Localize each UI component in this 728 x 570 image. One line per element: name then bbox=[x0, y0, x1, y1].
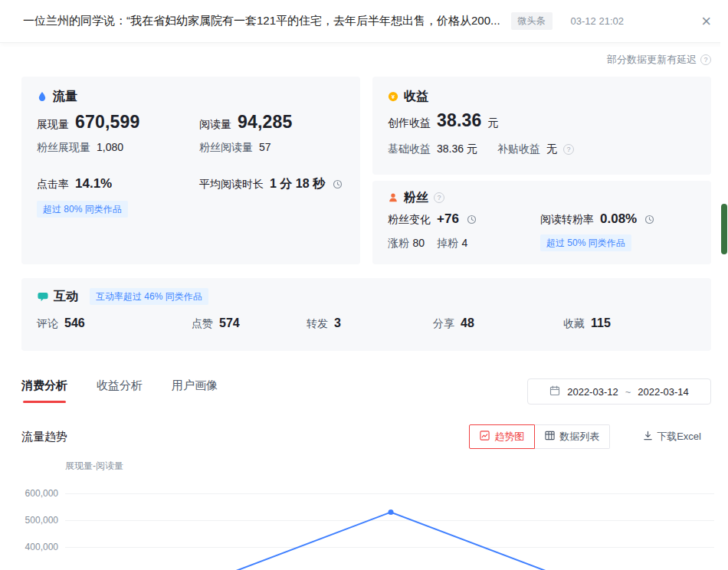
shares-stat: 分享 48 bbox=[433, 316, 563, 331]
line-chart-icon bbox=[480, 431, 490, 443]
main-content: 部分数据更新有延迟 ? 流量 展现量 670,599 bbox=[0, 43, 728, 570]
y-axis-tick: 600,000 bbox=[21, 488, 58, 499]
revenue-card: ¥ 收益 创作收益 38.36 元 基础收益 bbox=[372, 77, 711, 175]
tab-revenue-analysis[interactable]: 收益分析 bbox=[97, 378, 143, 403]
svg-text:¥: ¥ bbox=[392, 93, 395, 100]
avg-read-time-stat: 平均阅读时长 1 分 18 秒 bbox=[199, 176, 343, 192]
traffic-card: 流量 展现量 670,599 阅读量 94,285 粉丝展现量 1,080 bbox=[21, 77, 360, 264]
trend-line bbox=[65, 513, 717, 570]
traffic-trend-title: 流量趋势 bbox=[21, 430, 67, 444]
y-axis-tick: 400,000 bbox=[21, 542, 58, 552]
stats-cards-row: 流量 展现量 670,599 阅读量 94,285 粉丝展现量 1,080 bbox=[21, 77, 711, 264]
date-range-picker[interactable]: 2022-03-12 ~ 2022-03-14 bbox=[527, 378, 711, 405]
person-icon bbox=[388, 192, 398, 203]
favorites-stat: 收藏 115 bbox=[563, 316, 611, 331]
trend-toolbar: 趋势图 数据列表 下载Excel bbox=[469, 424, 711, 449]
subsidy-revenue-stat: 补贴收益 无 ? bbox=[497, 142, 574, 156]
date-range-start: 2022-03-12 bbox=[567, 386, 618, 398]
history-clock-icon bbox=[644, 215, 654, 224]
impressions-value: 670,599 bbox=[75, 112, 140, 133]
traffic-card-title: 流量 bbox=[37, 89, 345, 104]
right-cards-column: ¥ 收益 创作收益 38.36 元 基础收益 bbox=[372, 77, 711, 264]
tab-consumption-analysis[interactable]: 消费分析 bbox=[21, 378, 67, 403]
creation-revenue-value: 38.36 bbox=[437, 110, 482, 131]
article-title: 一位兰州的同学说：“我在省妇幼家属院有一套121平的住宅，去年后半年想出售，价格… bbox=[23, 14, 500, 28]
fan-impressions-stat: 粉丝展现量 1,080 bbox=[37, 141, 199, 155]
traffic-trend-chart: 展现量-阅读量 600,000 500,000 400,000 bbox=[21, 457, 711, 570]
fans-card: 粉丝 ? 粉丝变化 +76 阅读转粉率 0.08 bbox=[372, 181, 711, 264]
table-icon bbox=[545, 431, 555, 443]
reposts-stat: 转发 3 bbox=[307, 316, 433, 331]
analysis-tabs: 消费分析 收益分析 用户画像 bbox=[21, 378, 218, 403]
help-icon[interactable]: ? bbox=[700, 54, 711, 65]
trend-chart-button[interactable]: 趋势图 bbox=[469, 424, 535, 449]
chat-bubble-icon bbox=[37, 291, 48, 303]
interaction-card: 互动 互动率超过 46% 同类作品 评论 546 点赞 574 转发 3 分享 bbox=[21, 278, 711, 351]
publish-time: 03-12 21:02 bbox=[571, 15, 624, 27]
ctr-stat: 点击率 14.1% bbox=[37, 176, 199, 192]
download-excel-button[interactable]: 下载Excel bbox=[633, 424, 711, 449]
interaction-card-title: 互动 互动率超过 46% 同类作品 bbox=[37, 289, 696, 304]
fans-change-stat: 粉丝变化 +76 bbox=[388, 211, 540, 227]
read-conversion-stat: 阅读转粉率 0.08% bbox=[540, 211, 654, 227]
comments-stat: 评论 546 bbox=[37, 316, 192, 331]
scrollbar-thumb[interactable] bbox=[721, 204, 727, 254]
analytics-page: 一位兰州的同学说：“我在省妇幼家属院有一套121平的住宅，去年后半年想出售，价格… bbox=[0, 0, 728, 570]
reads-stat: 阅读量 94,285 bbox=[199, 112, 293, 133]
data-point bbox=[389, 509, 394, 515]
trend-toolbar-row: 流量趋势 趋势图 数据列表 bbox=[21, 424, 711, 449]
data-table-button[interactable]: 数据列表 bbox=[535, 424, 610, 449]
y-axis-tick: 500,000 bbox=[21, 515, 58, 526]
revenue-title: 收益 bbox=[404, 89, 428, 105]
fans-gain-loss: 涨粉 80 掉粉 4 bbox=[388, 236, 540, 251]
trend-line-svg bbox=[65, 457, 717, 570]
likes-stat: 点赞 574 bbox=[192, 316, 307, 331]
fans-title: 粉丝 bbox=[404, 190, 428, 206]
close-icon[interactable]: × bbox=[697, 13, 716, 30]
traffic-rank-badge: 超过 80% 同类作品 bbox=[37, 201, 128, 218]
analysis-tabs-row: 消费分析 收益分析 用户画像 2022-03-12 ~ 2022-03-14 bbox=[21, 378, 711, 405]
revenue-unit: 元 bbox=[488, 116, 499, 130]
fans-card-title: 粉丝 ? bbox=[388, 190, 696, 205]
date-range-separator: ~ bbox=[625, 386, 631, 398]
base-revenue-stat: 基础收益 38.36 元 bbox=[388, 142, 477, 156]
download-icon bbox=[643, 431, 653, 443]
date-range-end: 2022-03-14 bbox=[638, 386, 689, 398]
help-icon[interactable]: ? bbox=[563, 144, 574, 155]
traffic-title: 流量 bbox=[53, 89, 77, 105]
fans-rank-badge: 超过 50% 同类作品 bbox=[540, 234, 631, 251]
tab-user-profile[interactable]: 用户画像 bbox=[172, 378, 218, 403]
history-clock-icon bbox=[467, 215, 477, 224]
fan-reads-stat: 粉丝阅读量 57 bbox=[199, 141, 271, 155]
content-type-badge: 微头条 bbox=[511, 12, 553, 30]
droplet-icon bbox=[37, 91, 48, 102]
header: 一位兰州的同学说：“我在省妇幼家属院有一套121平的住宅，去年后半年想出售，价格… bbox=[0, 0, 728, 43]
scrollbar[interactable] bbox=[720, 0, 728, 570]
coin-icon: ¥ bbox=[388, 91, 398, 102]
creation-revenue-stat: 创作收益 38.36 元 bbox=[388, 110, 499, 131]
data-delay-notice: 部分数据更新有延迟 ? bbox=[21, 43, 711, 77]
calendar-icon bbox=[549, 385, 560, 398]
notice-text: 部分数据更新有延迟 bbox=[607, 53, 697, 67]
interaction-title: 互动 bbox=[54, 289, 78, 305]
history-clock-icon bbox=[333, 179, 343, 189]
revenue-card-title: ¥ 收益 bbox=[388, 89, 696, 104]
interaction-rank-badge: 互动率超过 46% 同类作品 bbox=[90, 288, 208, 305]
reads-value: 94,285 bbox=[238, 112, 293, 133]
impressions-stat: 展现量 670,599 bbox=[37, 112, 199, 133]
help-icon[interactable]: ? bbox=[434, 192, 444, 203]
